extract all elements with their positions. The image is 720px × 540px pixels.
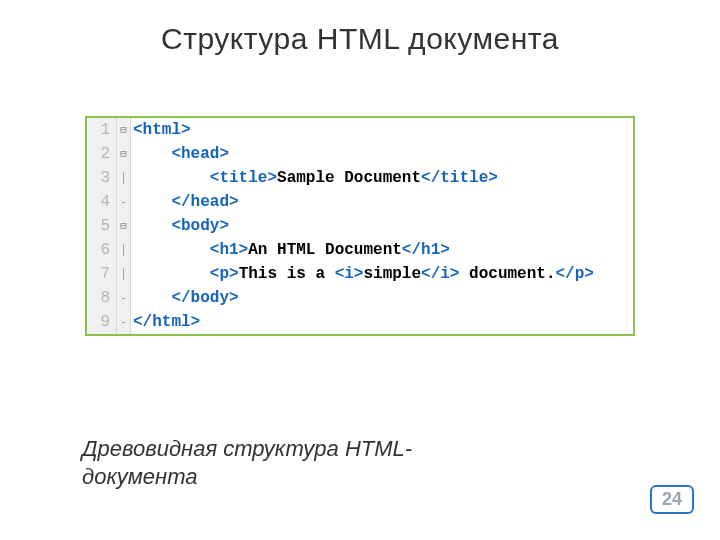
code-content: </html> <box>131 310 633 334</box>
fold-marker: │ <box>117 238 131 262</box>
code-content: <body> <box>131 214 633 238</box>
line-number: 1 <box>87 118 117 142</box>
fold-marker: │ <box>117 166 131 190</box>
code-line: 2⊟ <head> <box>87 142 633 166</box>
code-line: 5⊟ <body> <box>87 214 633 238</box>
code-line: 4- </head> <box>87 190 633 214</box>
code-editor: 1⊟<html>2⊟ <head>3│ <title>Sample Docume… <box>85 116 635 336</box>
code-line: 1⊟<html> <box>87 118 633 142</box>
code-line: 6│ <h1>An HTML Document</h1> <box>87 238 633 262</box>
fold-marker: ⊟ <box>117 214 131 238</box>
line-number: 7 <box>87 262 117 286</box>
line-number: 9 <box>87 310 117 334</box>
page-number-badge: 24 <box>650 485 694 514</box>
code-line: 9-</html> <box>87 310 633 334</box>
line-number: 5 <box>87 214 117 238</box>
code-content: <html> <box>131 118 633 142</box>
fold-marker: - <box>117 310 131 334</box>
line-number: 8 <box>87 286 117 310</box>
code-line: 7│ <p>This is a <i>simple</i> document.<… <box>87 262 633 286</box>
code-content: <title>Sample Document</title> <box>131 166 633 190</box>
line-number: 3 <box>87 166 117 190</box>
fold-marker: - <box>117 190 131 214</box>
code-content: </head> <box>131 190 633 214</box>
code-content: <head> <box>131 142 633 166</box>
code-content: <h1>An HTML Document</h1> <box>131 238 633 262</box>
line-number: 2 <box>87 142 117 166</box>
fold-marker: ⊟ <box>117 142 131 166</box>
code-line: 3│ <title>Sample Document</title> <box>87 166 633 190</box>
fold-marker: ⊟ <box>117 118 131 142</box>
slide-title: Структура HTML документа <box>0 22 720 56</box>
line-number: 4 <box>87 190 117 214</box>
code-content: <p>This is a <i>simple</i> document.</p> <box>131 262 633 286</box>
fold-marker: - <box>117 286 131 310</box>
line-number: 6 <box>87 238 117 262</box>
code-line: 8- </body> <box>87 286 633 310</box>
slide-caption: Древовидная структура HTML-документа <box>82 435 512 490</box>
fold-marker: │ <box>117 262 131 286</box>
code-content: </body> <box>131 286 633 310</box>
